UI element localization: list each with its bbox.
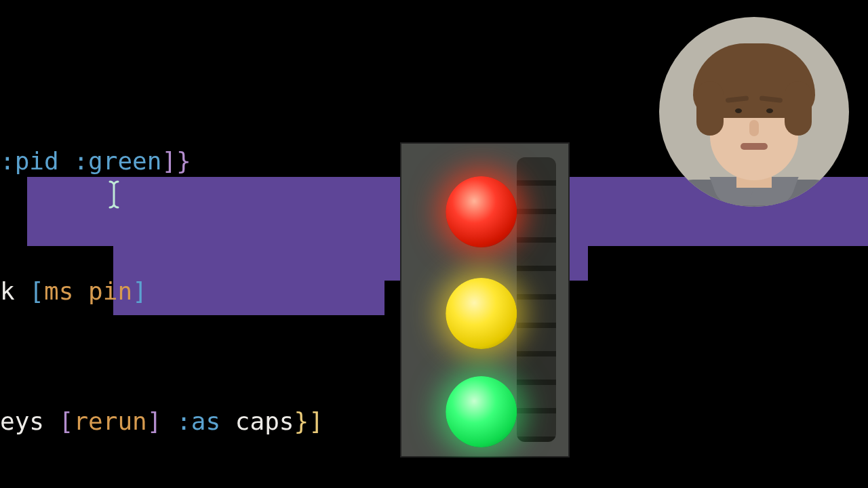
bracket: [ (59, 407, 74, 435)
green-led-icon (446, 376, 517, 447)
keyword-pid: :pid (0, 147, 59, 175)
bracket: [ (29, 277, 44, 305)
bracket: ]} (161, 147, 191, 175)
identifier: caps (235, 407, 294, 435)
keyword-green: :green (73, 147, 161, 175)
identifier: k (0, 277, 29, 305)
presenter-webcam (659, 17, 849, 207)
bracket: }] (294, 407, 323, 435)
identifier: eys (0, 407, 59, 435)
yellow-led-icon (446, 278, 517, 349)
lamp-holder (517, 157, 556, 442)
identifier: ms (44, 277, 73, 305)
red-led-icon (446, 176, 517, 247)
traffic-light-photo (400, 142, 570, 458)
bracket: ] (132, 277, 147, 305)
keyword-as: :as (161, 407, 235, 435)
identifier: rerun (73, 407, 146, 435)
bracket: ] (147, 407, 162, 435)
text-cursor-ibeam-icon (108, 180, 119, 209)
identifier: pin (88, 277, 132, 305)
